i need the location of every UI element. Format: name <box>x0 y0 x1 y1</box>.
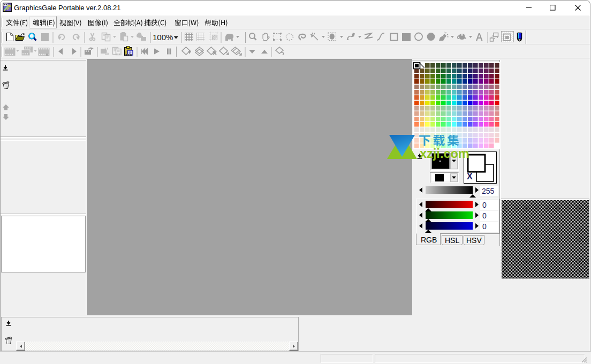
svg-text:X: X <box>467 172 473 181</box>
